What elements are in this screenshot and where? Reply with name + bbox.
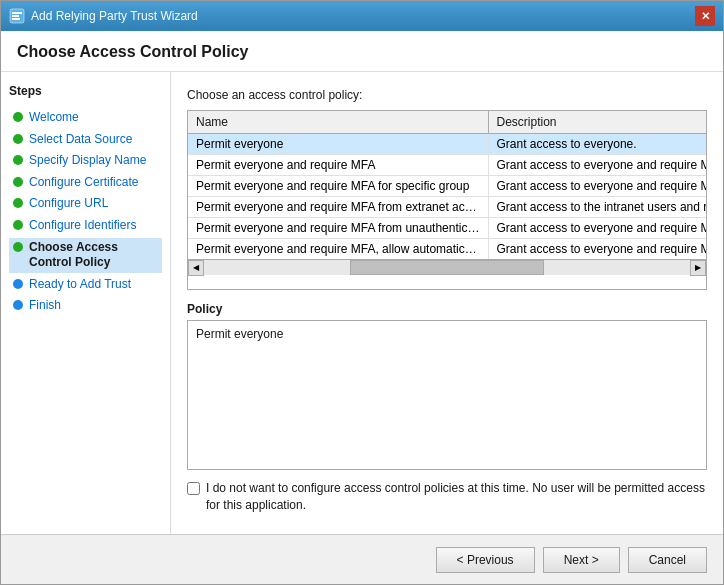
cell-name-0: Permit everyone [188,134,488,155]
close-button[interactable]: ✕ [695,6,715,26]
sidebar-item-configure-certificate[interactable]: Configure Certificate [9,173,162,193]
policy-table: Name Description Permit everyoneGrant ac… [188,111,706,259]
dot-ready-to-add-trust [13,279,23,289]
section-label: Choose an access control policy: [187,88,707,102]
sidebar-item-ready-to-add-trust[interactable]: Ready to Add Trust [9,275,162,295]
dot-welcome [13,112,23,122]
svg-rect-2 [12,15,19,17]
no-policy-label: I do not want to configure access contro… [206,480,707,514]
sidebar-title: Steps [9,84,162,98]
policy-value: Permit everyone [196,327,283,341]
sidebar-item-specify-display-name[interactable]: Specify Display Name [9,151,162,171]
svg-rect-3 [12,18,20,20]
cell-desc-0: Grant access to everyone. [488,134,706,155]
table-row[interactable]: Permit everyone and require MFAGrant acc… [188,155,706,176]
wizard-icon [9,8,25,24]
dot-configure-identifiers [13,220,23,230]
dot-select-data-source [13,134,23,144]
dot-configure-url [13,198,23,208]
cell-desc-2: Grant access to everyone and require M [488,176,706,197]
policy-table-body: Permit everyoneGrant access to everyone.… [188,134,706,260]
sidebar-item-welcome[interactable]: Welcome [9,108,162,128]
table-row[interactable]: Permit everyoneGrant access to everyone. [188,134,706,155]
cell-desc-3: Grant access to the intranet users and r… [488,197,706,218]
sidebar-label-specify-display-name: Specify Display Name [29,153,146,169]
sidebar-item-configure-url[interactable]: Configure URL [9,194,162,214]
wizard-window: Add Relying Party Trust Wizard ✕ Choose … [0,0,724,585]
horizontal-scrollbar[interactable]: ◀ ▶ [188,259,706,275]
previous-button[interactable]: < Previous [436,547,535,573]
dot-finish [13,300,23,310]
policy-table-container: Name Description Permit everyoneGrant ac… [187,110,707,290]
sidebar-label-welcome: Welcome [29,110,79,126]
sidebar-item-configure-identifiers[interactable]: Configure Identifiers [9,216,162,236]
title-bar: Add Relying Party Trust Wizard ✕ [1,1,723,31]
cell-name-2: Permit everyone and require MFA for spec… [188,176,488,197]
dot-specify-display-name [13,155,23,165]
title-text: Add Relying Party Trust Wizard [31,9,198,23]
col-header-description: Description [488,111,706,134]
policy-textbox[interactable]: Permit everyone [187,320,707,470]
svg-rect-1 [12,12,22,14]
policy-label: Policy [187,302,707,316]
dot-configure-certificate [13,177,23,187]
title-bar-left: Add Relying Party Trust Wizard [9,8,198,24]
cell-name-3: Permit everyone and require MFA from ext… [188,197,488,218]
cell-desc-5: Grant access to everyone and require M [488,239,706,260]
sidebar: Steps WelcomeSelect Data SourceSpecify D… [1,72,171,534]
scroll-right-arrow[interactable]: ▶ [690,260,706,276]
scroll-thumb[interactable] [350,260,544,275]
footer: < Previous Next > Cancel [1,534,723,584]
cell-name-1: Permit everyone and require MFA [188,155,488,176]
cell-desc-1: Grant access to everyone and require M [488,155,706,176]
sidebar-label-configure-url: Configure URL [29,196,108,212]
sidebar-label-configure-certificate: Configure Certificate [29,175,138,191]
sidebar-item-finish[interactable]: Finish [9,296,162,316]
table-row[interactable]: Permit everyone and require MFA, allow a… [188,239,706,260]
table-row[interactable]: Permit everyone and require MFA from ext… [188,197,706,218]
table-row[interactable]: Permit everyone and require MFA for spec… [188,176,706,197]
page-title: Choose Access Control Policy [1,31,723,72]
table-header: Name Description [188,111,706,134]
next-button[interactable]: Next > [543,547,620,573]
sidebar-label-choose-access-control-policy: Choose Access Control Policy [29,240,158,271]
policy-table-scroll[interactable]: Name Description Permit everyoneGrant ac… [188,111,706,259]
scroll-track[interactable] [204,260,690,275]
table-row[interactable]: Permit everyone and require MFA from una… [188,218,706,239]
sidebar-label-select-data-source: Select Data Source [29,132,132,148]
sidebar-label-finish: Finish [29,298,61,314]
cancel-button[interactable]: Cancel [628,547,707,573]
sidebar-item-select-data-source[interactable]: Select Data Source [9,130,162,150]
checkbox-row: I do not want to configure access contro… [187,480,707,514]
sidebar-label-configure-identifiers: Configure Identifiers [29,218,136,234]
cell-name-4: Permit everyone and require MFA from una… [188,218,488,239]
scroll-left-arrow[interactable]: ◀ [188,260,204,276]
dot-choose-access-control-policy [13,242,23,252]
sidebar-item-choose-access-control-policy[interactable]: Choose Access Control Policy [9,238,162,273]
policy-section: Policy Permit everyone [187,302,707,470]
col-header-name: Name [188,111,488,134]
sidebar-label-ready-to-add-trust: Ready to Add Trust [29,277,131,293]
cell-name-5: Permit everyone and require MFA, allow a… [188,239,488,260]
no-policy-checkbox[interactable] [187,482,200,495]
cell-desc-4: Grant access to everyone and require M [488,218,706,239]
content-area: Steps WelcomeSelect Data SourceSpecify D… [1,72,723,534]
main-panel: Choose an access control policy: Name De… [171,72,723,534]
